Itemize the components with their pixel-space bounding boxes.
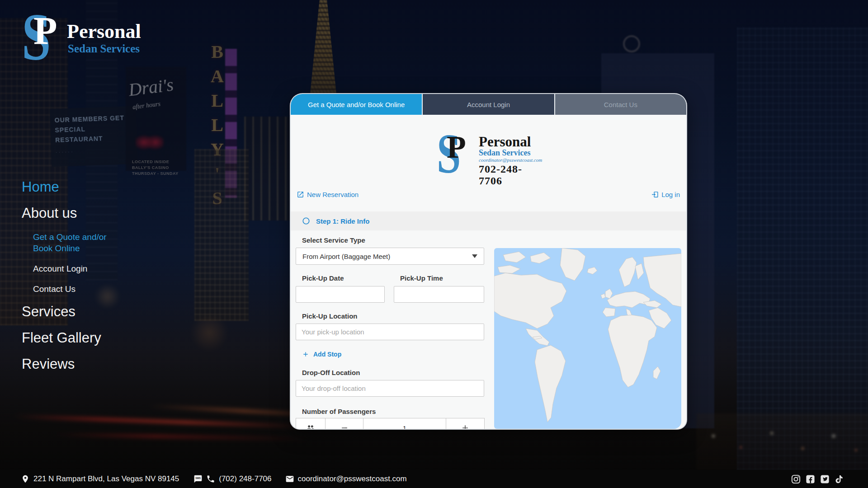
minus-icon: [340, 423, 349, 429]
marquee-text: OUR MEMBERS GET: [54, 113, 132, 125]
add-stop-button[interactable]: Add Stop: [302, 351, 341, 358]
background-car-light-trail: [54, 432, 307, 441]
tab-contact-us[interactable]: Contact Us: [554, 94, 686, 115]
instagram-link[interactable]: [791, 474, 801, 484]
page: OUR MEMBERS GET SPECIAL RESTAURANT · · ·…: [0, 0, 868, 488]
service-type-label: Select Service Type: [302, 236, 365, 244]
facebook-link[interactable]: [805, 474, 816, 484]
twitter-link[interactable]: [820, 474, 830, 484]
footer-socials: [791, 474, 844, 484]
background-lit-tower: [194, 149, 249, 321]
chevron-down-icon: [472, 254, 477, 258]
world-map[interactable]: [494, 248, 681, 429]
dropoff-location-field: [296, 380, 484, 397]
sidebar-item-home[interactable]: Home: [22, 179, 139, 195]
booking-widget: Get a Quote and/or Book Online Account L…: [291, 94, 686, 429]
background-magenta-lights: [225, 49, 237, 198]
pickup-date-field: [296, 286, 385, 303]
tab-account-login[interactable]: Account Login: [422, 94, 554, 115]
pickup-location-field: [296, 324, 484, 340]
sp-monogram: S P: [22, 0, 67, 67]
pickup-location-label: Pick-Up Location: [302, 312, 358, 320]
facebook-icon: [805, 474, 816, 484]
location-pin-icon: [21, 474, 30, 483]
dropoff-location-label: Drop-Off Location: [302, 369, 360, 376]
background-lips-billboard: [136, 134, 164, 151]
background-parking-lot: [696, 413, 868, 470]
sp-monogram: S P: [437, 121, 478, 187]
marquee-text-small: · · · · · ·: [56, 145, 133, 158]
footer-bar: 221 N Rampart Blvd, Las Vegas NV 89145 S…: [0, 470, 868, 488]
widget-link-row: New Reservation Log in: [296, 191, 680, 201]
background-wheel-glow: [623, 35, 640, 52]
sidebar-item-reviews[interactable]: Reviews: [22, 356, 139, 372]
step-header[interactable]: Step 1: Ride Info: [291, 211, 686, 230]
sidebar-nav: Home About us Get a Quote and/or Book On…: [22, 179, 139, 382]
tiktok-icon: [834, 474, 844, 484]
background-buildings-right: [737, 27, 868, 470]
tiktok-link[interactable]: [834, 474, 844, 484]
widget-logo: S P Personal Sedan Services coordinator@…: [437, 120, 543, 188]
background-eiffel-tower: [300, 0, 347, 94]
background-drais-sign: Drai's after hours: [127, 73, 188, 129]
sidebar-submenu: Get a Quote and/or Book Online Account L…: [33, 231, 139, 295]
plus-icon: [302, 351, 309, 358]
step-header-label: Step 1: Ride Info: [316, 217, 369, 225]
twitter-icon: [820, 474, 830, 484]
widget-logo-phone: 702-248-7706: [479, 163, 543, 187]
widget-logo-tagline: Sedan Services: [479, 149, 543, 157]
pickup-location-input[interactable]: [296, 324, 484, 340]
service-type-value: From Airport (Baggage Meet): [302, 253, 472, 260]
log-in-link[interactable]: Log in: [651, 191, 680, 198]
footer-email[interactable]: coordinator@psswestcoast.com: [285, 474, 407, 483]
tab-get-a-quote[interactable]: Get a Quote and/or Book Online: [291, 94, 422, 115]
sidebar-item-account-login[interactable]: Account Login: [33, 263, 139, 274]
passengers-value: 1: [363, 418, 446, 429]
sidebar-item-contact-us[interactable]: Contact Us: [33, 283, 139, 295]
footer-address[interactable]: 221 N Rampart Blvd, Las Vegas NV 89145: [21, 474, 179, 483]
new-reservation-link[interactable]: New Reservation: [297, 191, 359, 198]
people-icon: [306, 423, 315, 429]
pickup-date-input[interactable]: [296, 286, 397, 302]
widget-logo-name: Personal: [479, 135, 543, 149]
step-circle-icon: [302, 217, 310, 225]
sidebar-item-about[interactable]: About us: [22, 205, 139, 221]
background-ballys-sign: BALLY'S: [202, 42, 228, 199]
sidebar-item-quote[interactable]: Get a Quote and/or Book Online: [33, 231, 119, 254]
dropoff-location-input[interactable]: [296, 380, 484, 396]
login-icon: [651, 191, 659, 198]
email-icon: [285, 474, 294, 483]
passengers-decrement-button[interactable]: [326, 418, 363, 429]
pickup-time-field: [394, 286, 484, 303]
passengers-icon-cell: [296, 418, 326, 429]
plus-icon: [461, 423, 470, 429]
passengers-label: Number of Passengers: [302, 408, 376, 415]
sms-icon: SMS: [193, 474, 203, 483]
pickup-date-label: Pick-Up Date: [302, 274, 344, 282]
instagram-icon: [791, 474, 801, 484]
pickup-time-input[interactable]: [394, 286, 495, 302]
brand-tagline: Sedan Services: [68, 42, 140, 55]
background-casino-sign: LOCATED INSIDE BALLY'S CASINO THURSDAY -…: [132, 159, 191, 177]
passengers-increment-button[interactable]: [446, 418, 485, 429]
background-gold-building: [244, 117, 294, 221]
open-in-new-icon: [297, 191, 304, 198]
phone-icon: [206, 474, 215, 483]
passenger-stepper: 1: [296, 418, 485, 429]
widget-logo-email: coordinator@psswestcoast.com: [479, 157, 543, 163]
site-logo: S P Personal Sedan Services: [22, 3, 171, 70]
background-drais-panel: [126, 67, 186, 171]
background-marquee-sign: OUR MEMBERS GET SPECIAL RESTAURANT · · ·…: [50, 106, 137, 167]
widget-tab-bar: Get a Quote and/or Book Online Account L…: [291, 94, 686, 115]
service-type-select[interactable]: From Airport (Baggage Meet): [296, 248, 484, 265]
marquee-text: SPECIAL RESTAURANT: [55, 122, 132, 145]
sidebar-item-services[interactable]: Services: [22, 304, 139, 320]
background-car-light-trail: [14, 414, 303, 428]
sidebar-item-fleet-gallery[interactable]: Fleet Gallery: [22, 330, 139, 346]
brand-name: Personal: [67, 20, 141, 43]
svg-text:SMS: SMS: [195, 477, 201, 479]
footer-phone[interactable]: SMS (702) 248-7706: [193, 474, 271, 483]
pickup-time-label: Pick-Up Time: [400, 274, 443, 282]
